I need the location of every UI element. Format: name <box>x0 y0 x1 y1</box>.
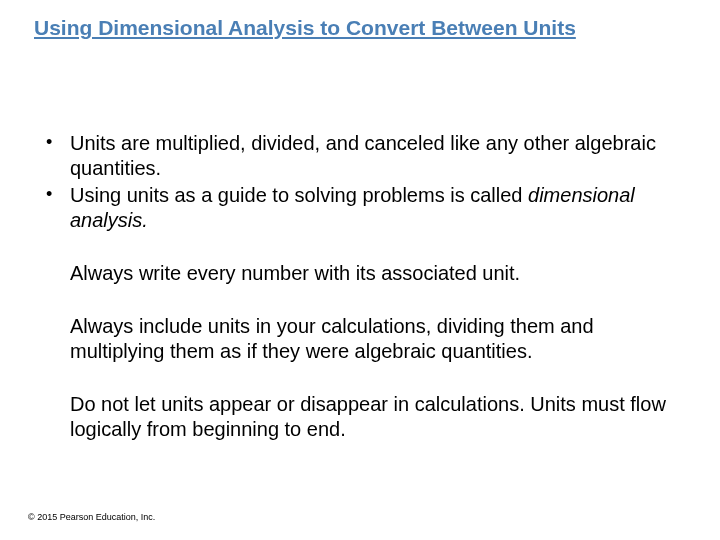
paragraph: Do not let units appear or disappear in … <box>28 392 692 442</box>
slide-content: Units are multiplied, divided, and cance… <box>28 131 692 442</box>
bullet-list: Units are multiplied, divided, and cance… <box>28 131 692 233</box>
bullet-text: Units are multiplied, divided, and cance… <box>70 132 656 179</box>
bullet-item: Using units as a guide to solving proble… <box>28 183 692 233</box>
bullet-text: Using units as a guide to solving proble… <box>70 184 528 206</box>
copyright-notice: © 2015 Pearson Education, Inc. <box>28 512 155 522</box>
paragraph: Always write every number with its assoc… <box>28 261 692 286</box>
bullet-item: Units are multiplied, divided, and cance… <box>28 131 692 181</box>
slide-title: Using Dimensional Analysis to Convert Be… <box>28 14 692 41</box>
paragraph: Always include units in your calculation… <box>28 314 692 364</box>
